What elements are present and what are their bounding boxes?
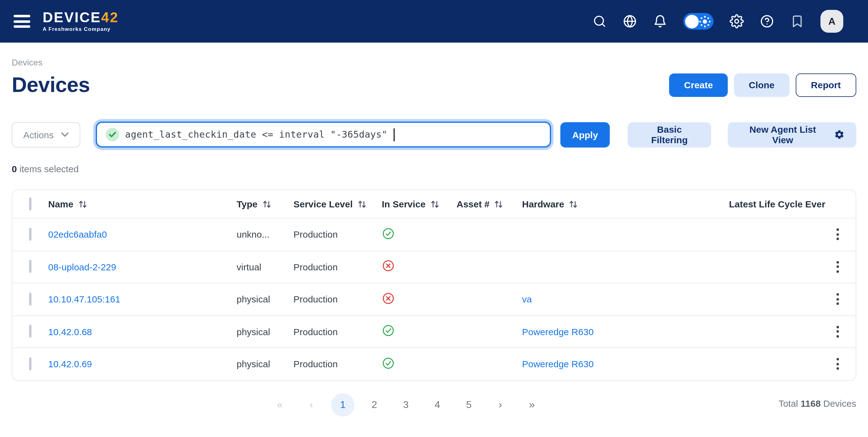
sort-icon — [262, 200, 272, 208]
pagination-page-3[interactable]: 3 — [394, 393, 417, 416]
x-circle-icon — [382, 260, 395, 272]
table-header-row: Name Type Service Level In Service Asset… — [12, 190, 856, 218]
in-service-status — [382, 260, 457, 274]
x-circle-icon — [382, 292, 395, 305]
device-type: physical — [237, 294, 293, 305]
row-menu-kebab-icon[interactable] — [830, 290, 846, 309]
device-hardware-link[interactable]: va — [522, 294, 532, 305]
device-name-link[interactable]: 10.42.0.69 — [48, 359, 92, 369]
table-row: 02edc6aabfa0 unkno... Production — [12, 218, 856, 250]
navbar-actions: A — [592, 10, 843, 33]
check-circle-icon — [382, 227, 395, 240]
new-agent-list-view-label: New Agent List View — [740, 124, 826, 145]
column-header-service-level[interactable]: Service Level — [293, 199, 382, 209]
device-type: virtual — [237, 262, 293, 272]
pagination-prev[interactable]: ‹ — [300, 393, 323, 416]
search-icon[interactable] — [592, 14, 607, 28]
table-row: 10.42.0.68 physical Production Poweredge… — [12, 315, 856, 347]
column-header-hardware[interactable]: Hardware — [522, 199, 729, 209]
pagination-first[interactable]: « — [268, 393, 291, 416]
row-checkbox[interactable] — [29, 260, 32, 273]
sort-icon — [357, 200, 367, 208]
clone-button[interactable]: Clone — [734, 73, 789, 97]
row-checkbox[interactable] — [29, 325, 32, 338]
theme-toggle[interactable] — [683, 13, 714, 30]
row-menu-kebab-icon[interactable] — [830, 355, 846, 373]
device-service-level: Production — [293, 294, 382, 305]
device-service-level: Production — [293, 327, 382, 337]
device-name-link[interactable]: 08-upload-2-229 — [48, 262, 116, 272]
toggle-knob-icon — [685, 14, 699, 28]
device-type: unkno... — [237, 229, 293, 240]
in-service-status — [382, 324, 457, 339]
pagination-page-2[interactable]: 2 — [363, 393, 386, 416]
column-header-latest-life-cycle: Latest Life Cycle Ever — [729, 199, 827, 209]
create-button[interactable]: Create — [670, 73, 728, 97]
help-icon[interactable] — [760, 14, 774, 28]
actions-dropdown-label: Actions — [23, 129, 54, 140]
check-circle-icon — [382, 357, 395, 370]
filter-query-input[interactable]: agent_last_checkin_date <= interval "-36… — [95, 122, 551, 147]
brand-tagline: A Freshworks Company — [43, 27, 119, 32]
apply-button[interactable]: Apply — [561, 122, 610, 147]
device-service-level: Production — [293, 229, 382, 240]
row-menu-kebab-icon[interactable] — [830, 323, 846, 341]
row-menu-kebab-icon[interactable] — [830, 225, 846, 244]
pagination-page-5[interactable]: 5 — [457, 393, 480, 416]
column-header-in-service[interactable]: In Service — [382, 199, 457, 209]
in-service-status — [382, 357, 457, 372]
column-header-name[interactable]: Name — [48, 199, 237, 209]
pagination: « ‹ 1 2 3 4 5 › » — [268, 393, 544, 416]
device-service-level: Production — [293, 262, 382, 272]
in-service-status — [382, 227, 457, 242]
new-agent-list-view-button[interactable]: New Agent List View — [728, 122, 856, 147]
device-type: physical — [237, 359, 293, 369]
row-checkbox[interactable] — [29, 293, 32, 306]
device-name-link[interactable]: 10.10.47.105:161 — [48, 294, 121, 305]
selection-summary: 0 items selected — [12, 164, 856, 174]
column-header-asset[interactable]: Asset # — [457, 199, 522, 209]
bell-icon[interactable] — [653, 14, 667, 28]
device-service-level: Production — [293, 359, 382, 369]
device-hardware-link[interactable]: Poweredge R630 — [522, 327, 594, 337]
user-avatar[interactable]: A — [820, 10, 843, 33]
column-header-type[interactable]: Type — [237, 199, 293, 209]
sort-icon — [494, 200, 504, 208]
sort-icon — [569, 200, 579, 208]
select-all-checkbox[interactable] — [29, 197, 32, 210]
sort-icon — [78, 200, 88, 208]
device-hardware-link[interactable]: Poweredge R630 — [522, 359, 594, 369]
device-name-link[interactable]: 02edc6aabfa0 — [48, 229, 107, 240]
total-count: 1168 — [801, 398, 821, 408]
in-service-status — [382, 292, 457, 307]
pagination-page-4[interactable]: 4 — [426, 393, 449, 416]
row-checkbox[interactable] — [29, 228, 32, 241]
report-button[interactable]: Report — [796, 73, 856, 97]
brand-accent: 42 — [101, 9, 119, 25]
row-menu-kebab-icon[interactable] — [830, 258, 846, 276]
title-buttons: Create Clone Report — [670, 73, 856, 97]
pagination-page-1[interactable]: 1 — [331, 393, 354, 416]
sort-icon — [430, 200, 440, 208]
selection-count: 0 — [12, 164, 17, 174]
brand-logo[interactable]: DEVICE42 A Freshworks Company — [43, 10, 119, 32]
pagination-next[interactable]: › — [489, 393, 512, 416]
pagination-last[interactable]: » — [520, 393, 544, 416]
device-type: physical — [237, 327, 293, 337]
basic-filtering-button[interactable]: Basic Filtering — [628, 122, 711, 147]
row-checkbox[interactable] — [29, 358, 32, 370]
selection-label: items selected — [20, 164, 79, 174]
table-row: 10.42.0.69 physical Production Poweredge… — [12, 347, 856, 380]
title-row: Devices Create Clone Report — [12, 73, 856, 97]
device-name-link[interactable]: 10.42.0.68 — [48, 327, 92, 337]
query-valid-icon — [105, 128, 119, 141]
globe-icon[interactable] — [623, 14, 637, 28]
page-title: Devices — [12, 73, 90, 97]
check-circle-icon — [382, 324, 395, 337]
view-settings-gear-icon — [834, 129, 844, 140]
gear-icon[interactable] — [730, 14, 744, 28]
actions-dropdown[interactable]: Actions — [12, 122, 80, 147]
bookmark-icon[interactable] — [790, 14, 804, 28]
breadcrumb[interactable]: Devices — [12, 57, 856, 67]
hamburger-menu-icon[interactable] — [13, 15, 30, 28]
